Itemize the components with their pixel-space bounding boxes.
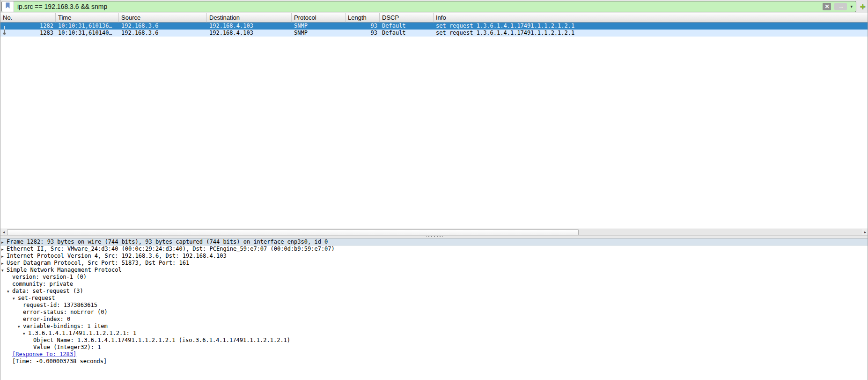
cell-length: 93 [346,22,380,30]
detail-tree-row[interactable]: ▸User Datagram Protocol, Src Port: 51873… [0,260,868,267]
column-header-destination[interactable]: Destination [207,13,292,22]
cell-source: 192.168.3.6 [119,22,207,30]
collapse-arrow-icon[interactable]: ▾ [13,295,18,302]
column-header-time[interactable]: Time [56,13,119,22]
cell-protocol: SNMP [292,22,346,30]
column-header-source[interactable]: Source [119,13,207,22]
column-header-protocol[interactable]: Protocol [292,13,346,22]
display-filter-input[interactable]: ip.src == 192.168.3.6 && snmp ✕ → ▾ [1,1,856,12]
pane-splitter[interactable] [0,235,868,238]
detail-line-text: [Time: -0.000003738 seconds] [12,358,107,365]
cell-time: 10:10:31,610140… [56,30,119,37]
detail-tree-row[interactable]: ▸Internet Protocol Version 4, Src: 192.1… [0,253,868,260]
cell-source: 192.168.3.6 [119,30,207,37]
filter-dropdown-caret-icon[interactable]: ▾ [850,3,853,10]
detail-line-text: set-request [18,295,55,301]
detail-tree-row[interactable]: ▾1.3.6.1.4.1.17491.1.1.2.1.2.1: 1 [0,330,868,337]
packet-list-header: No.TimeSourceDestinationProtocolLengthDS… [0,13,868,22]
column-header-dscp[interactable]: DSCP [380,13,434,22]
detail-tree-row[interactable]: ▸Ethernet II, Src: VMware_24:d3:40 (00:0… [0,246,868,253]
detail-tree-row[interactable]: ▾data: set-request (3) [0,288,868,295]
detail-tree-row[interactable]: Value (Integer32): 1 [0,344,868,351]
display-filter-toolbar: ip.src == 192.168.3.6 && snmp ✕ → ▾ + [0,0,868,13]
wireshark-window: ip.src == 192.168.3.6 && snmp ✕ → ▾ + No… [0,0,868,380]
cell-no: 1282 [0,22,56,30]
scrollbar-thumb[interactable] [7,229,579,235]
detail-line-text: Ethernet II, Src: VMware_24:d3:40 (00:0c… [7,246,335,252]
detail-line-text: Object Name: 1.3.6.1.4.1.17491.1.1.2.1.2… [33,337,290,343]
packet-list-pane: No.TimeSourceDestinationProtocolLengthDS… [0,13,868,229]
cell-dscp: Default [380,22,434,30]
detail-tree-row[interactable]: ▾variable-bindings: 1 item [0,323,868,330]
detail-line-text: error-index: 0 [23,316,70,322]
horizontal-scrollbar[interactable]: ◂ ▸ [0,229,868,235]
detail-tree-row[interactable]: error-index: 0 [0,316,868,323]
cell-destination: 192.168.4.103 [207,30,292,37]
expand-arrow-icon[interactable]: ▸ [1,246,7,253]
detail-tree-row[interactable]: Object Name: 1.3.6.1.4.1.17491.1.1.2.1.2… [0,337,868,344]
detail-tree-row[interactable]: community: private [0,281,868,288]
collapse-arrow-icon[interactable]: ▾ [18,323,23,330]
detail-line-text: 1.3.6.1.4.1.17491.1.1.2.1.2.1: 1 [28,330,136,336]
related-request-icon [3,22,9,30]
cell-info: set-request 1.3.6.1.4.1.17491.1.1.2.1.2.… [434,30,868,37]
packet-rows: 128210:10:31,610136…192.168.3.6192.168.4… [0,22,868,37]
expand-arrow-icon[interactable]: ▸ [1,239,7,246]
column-header-no[interactable]: No. [0,13,56,22]
detail-tree-row[interactable]: ▸Frame 1282: 93 bytes on wire (744 bits)… [0,238,868,246]
scroll-left-arrow-icon[interactable]: ◂ [0,229,7,235]
filter-bookmark-button[interactable] [2,1,14,12]
related-response-icon [3,30,9,37]
bookmark-icon [5,2,11,11]
detail-tree-row[interactable]: version: version-1 (0) [0,274,868,281]
detail-tree-row[interactable]: request-id: 1373863615 [0,302,868,309]
filter-controls: ✕ → ▾ [823,3,856,10]
detail-line-text: error-status: noError (0) [23,309,108,315]
packet-row-1283[interactable]: 128310:10:31,610140…192.168.3.6192.168.4… [0,30,868,37]
cell-no: 1283 [0,30,56,37]
filter-add-button[interactable]: + [859,1,867,12]
detail-tree-row[interactable]: [Response To: 1283] [0,351,868,358]
packet-row-1282[interactable]: 128210:10:31,610136…192.168.3.6192.168.4… [0,22,868,30]
expand-arrow-icon[interactable]: ▸ [1,260,7,267]
detail-line-text: [Response To: 1283] [12,351,76,358]
column-header-length[interactable]: Length [346,13,380,22]
collapse-arrow-icon[interactable]: ▾ [7,288,12,295]
detail-tree-row[interactable]: [Time: -0.000003738 seconds] [0,358,868,365]
detail-tree-row[interactable]: ▾set-request [0,295,868,302]
detail-line-text: version: version-1 (0) [12,274,87,280]
cell-dscp: Default [380,30,434,37]
detail-line-text: Simple Network Management Protocol [7,267,122,273]
expand-arrow-icon[interactable]: ▸ [1,253,7,260]
filter-clear-button[interactable]: ✕ [823,3,831,10]
cell-destination: 192.168.4.103 [207,22,292,30]
detail-line-text: community: private [12,281,73,287]
filter-expression-text[interactable]: ip.src == 192.168.3.6 && snmp [14,1,823,12]
detail-line-text: Internet Protocol Version 4, Src: 192.16… [7,253,227,259]
cell-length: 93 [346,30,380,37]
packet-detail-pane: ▸Frame 1282: 93 bytes on wire (744 bits)… [0,238,868,380]
detail-line-text: request-id: 1373863615 [23,302,97,308]
collapse-arrow-icon[interactable]: ▾ [1,267,7,274]
cell-time: 10:10:31,610136… [56,22,119,30]
scroll-right-arrow-icon[interactable]: ▸ [862,229,868,235]
splitter-grip-icon [426,236,443,238]
collapse-arrow-icon[interactable]: ▾ [23,330,28,337]
cell-info: set-request 1.3.6.1.4.1.17491.1.1.2.1.2.… [434,22,868,30]
detail-tree-row[interactable]: error-status: noError (0) [0,309,868,316]
filter-apply-button[interactable]: → [834,3,847,10]
detail-line-text: data: set-request (3) [12,288,83,294]
detail-line-text: Value (Integer32): 1 [33,344,101,350]
detail-line-text: variable-bindings: 1 item [23,323,108,329]
detail-tree-row[interactable]: ▾Simple Network Management Protocol [0,267,868,274]
detail-line-text: Frame 1282: 93 bytes on wire (744 bits),… [7,238,328,245]
cell-protocol: SNMP [292,30,346,37]
column-header-info[interactable]: Info [434,13,868,22]
detail-line-text: User Datagram Protocol, Src Port: 51873,… [7,260,189,266]
